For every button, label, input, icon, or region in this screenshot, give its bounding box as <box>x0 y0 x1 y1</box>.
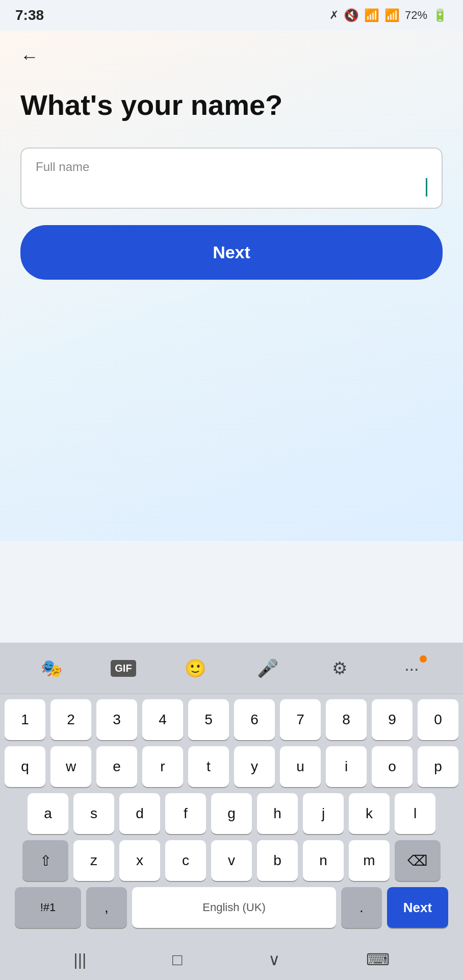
row-zxcvbnm: ⇧ z x c v b n m ⌫ <box>4 840 459 881</box>
more-button[interactable]: ··· <box>394 653 429 683</box>
gif-icon: GIF <box>111 660 136 677</box>
mic-icon: 🎤 <box>257 658 278 678</box>
key-j[interactable]: j <box>303 793 344 834</box>
nav-back-icon[interactable]: ∨ <box>268 950 280 969</box>
shift-icon: ⇧ <box>40 852 52 869</box>
key-1[interactable]: 1 <box>5 699 45 740</box>
wifi-icon: 📶 <box>364 8 379 22</box>
key-m[interactable]: m <box>349 840 390 881</box>
full-name-input[interactable] <box>36 179 426 196</box>
key-k[interactable]: k <box>349 793 390 834</box>
emoji-icon: 🙂 <box>185 658 206 678</box>
gear-icon: ⚙ <box>332 658 347 678</box>
backspace-key[interactable]: ⌫ <box>395 840 441 881</box>
next-button[interactable]: Next <box>20 225 443 280</box>
page-title: What's your name? <box>20 88 443 122</box>
key-3[interactable]: 3 <box>96 699 137 740</box>
cursor <box>426 178 427 197</box>
space-key[interactable]: English (UK) <box>132 887 336 928</box>
nav-keyboard-icon[interactable]: ⌨ <box>366 950 390 969</box>
signal-icon: 📶 <box>384 8 400 22</box>
key-4[interactable]: 4 <box>142 699 183 740</box>
key-8[interactable]: 8 <box>326 699 367 740</box>
symbols-key[interactable]: !#1 <box>15 887 81 928</box>
key-i[interactable]: i <box>326 746 367 787</box>
key-v[interactable]: v <box>211 840 252 881</box>
key-z[interactable]: z <box>73 840 114 881</box>
key-s[interactable]: s <box>73 793 114 834</box>
back-button[interactable]: ← <box>20 46 39 67</box>
comma-key[interactable]: , <box>86 887 127 928</box>
status-time: 7:38 <box>15 7 44 23</box>
keyboard-keys: 1 2 3 4 5 6 7 8 9 0 q w e r t y u i o p … <box>0 694 463 939</box>
key-y[interactable]: y <box>234 746 275 787</box>
row-qwerty: q w e r t y u i o p <box>4 746 459 787</box>
input-label: Full name <box>36 160 427 174</box>
main-content: ← What's your name? Full name Next <box>0 31 463 541</box>
key-f[interactable]: f <box>165 793 206 834</box>
key-l[interactable]: l <box>395 793 435 834</box>
bottom-row: !#1 , English (UK) . Next <box>4 887 459 928</box>
mute-icon: 🔇 <box>344 8 359 22</box>
period-key[interactable]: . <box>341 887 382 928</box>
key-n[interactable]: n <box>303 840 344 881</box>
gif-button[interactable]: GIF <box>106 653 141 683</box>
name-input-container[interactable]: Full name <box>20 148 443 209</box>
keyboard-toolbar: 🎭 GIF 🙂 🎤 ⚙ ··· <box>0 643 463 694</box>
key-x[interactable]: x <box>119 840 160 881</box>
key-g[interactable]: g <box>211 793 252 834</box>
key-9[interactable]: 9 <box>372 699 413 740</box>
key-w[interactable]: w <box>50 746 91 787</box>
backspace-icon: ⌫ <box>407 852 428 869</box>
key-p[interactable]: p <box>418 746 458 787</box>
key-a[interactable]: a <box>28 793 68 834</box>
key-q[interactable]: q <box>5 746 45 787</box>
key-b[interactable]: b <box>257 840 298 881</box>
bluetooth-icon: ✗ <box>329 9 339 22</box>
battery-level: 72% <box>405 9 427 22</box>
key-u[interactable]: u <box>280 746 321 787</box>
key-0[interactable]: 0 <box>418 699 458 740</box>
nav-menu-icon[interactable]: ||| <box>73 950 86 969</box>
key-6[interactable]: 6 <box>234 699 275 740</box>
back-arrow-icon: ← <box>20 46 39 67</box>
sticker-button[interactable]: 🎭 <box>34 653 69 683</box>
settings-button[interactable]: ⚙ <box>322 653 357 683</box>
key-t[interactable]: t <box>188 746 229 787</box>
key-2[interactable]: 2 <box>50 699 91 740</box>
emoji-button[interactable]: 🙂 <box>177 653 213 683</box>
key-o[interactable]: o <box>372 746 413 787</box>
nav-bar: ||| □ ∨ ⌨ <box>0 939 463 980</box>
key-7[interactable]: 7 <box>280 699 321 740</box>
status-bar: 7:38 ✗ 🔇 📶 📶 72% 🔋 <box>0 0 463 31</box>
shift-key[interactable]: ⇧ <box>22 840 68 881</box>
key-e[interactable]: e <box>96 746 137 787</box>
sticker-icon: 🎭 <box>41 658 62 678</box>
row-asdf: a s d f g h j k l <box>4 793 459 834</box>
key-c[interactable]: c <box>165 840 206 881</box>
key-r[interactable]: r <box>142 746 183 787</box>
keyboard: 🎭 GIF 🙂 🎤 ⚙ ··· 1 2 3 4 5 6 7 8 <box>0 643 463 980</box>
more-icon: ··· <box>404 658 419 678</box>
key-h[interactable]: h <box>257 793 298 834</box>
key-5[interactable]: 5 <box>188 699 229 740</box>
nav-home-icon[interactable]: □ <box>172 950 182 969</box>
keyboard-next-key[interactable]: Next <box>387 887 448 928</box>
battery-icon: 🔋 <box>432 8 448 22</box>
mic-button[interactable]: 🎤 <box>250 653 286 683</box>
notification-dot <box>420 655 427 663</box>
status-icons: ✗ 🔇 📶 📶 72% 🔋 <box>329 8 448 22</box>
key-d[interactable]: d <box>119 793 160 834</box>
number-row: 1 2 3 4 5 6 7 8 9 0 <box>4 699 459 740</box>
